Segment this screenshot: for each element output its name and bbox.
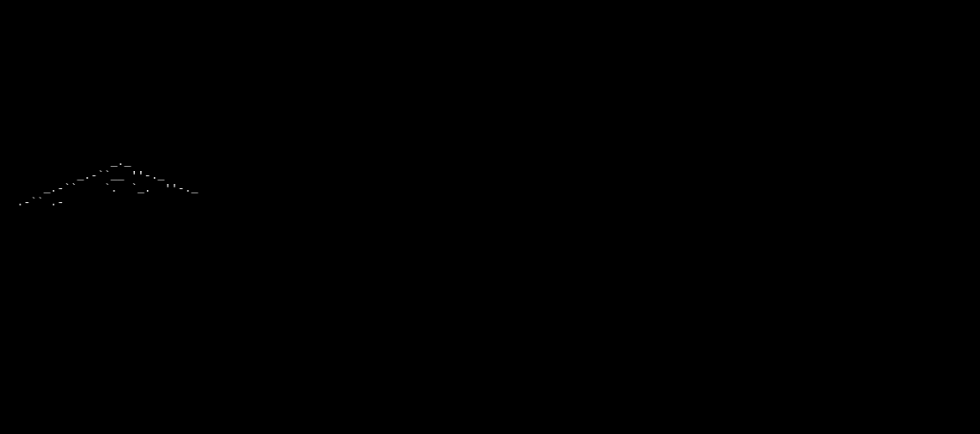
ascii-logo-block: _._ _.-``__ ''-._ _.-`` `. `_. ''-._ .-`… xyxy=(3,156,977,209)
ascii-art: _._ _.-``__ ''-._ _.-`` `. `_. ''-._ .-`… xyxy=(3,156,198,209)
terminal-output: _._ _.-``__ ''-._ _.-`` `. `_. ''-._ .-`… xyxy=(3,62,977,210)
